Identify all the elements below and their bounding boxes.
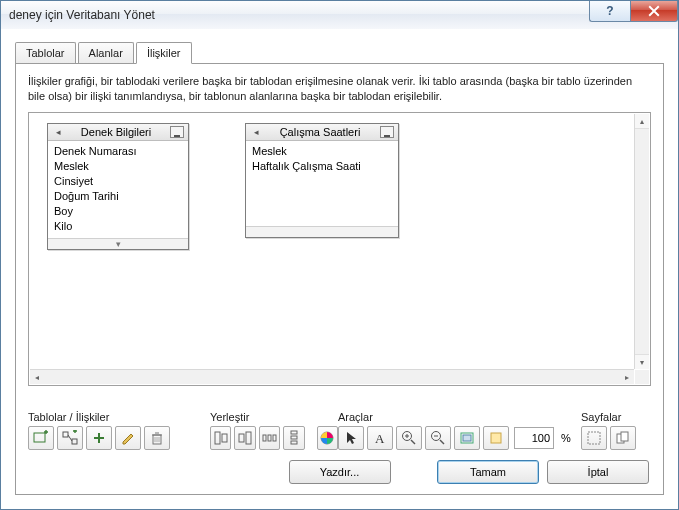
table-box-denek-bilgileri[interactable]: ◂ Denek Bilgileri Denek Numarası Meslek … bbox=[47, 123, 189, 250]
description-text: İlişkiler grafiği, bir tablodaki veriler… bbox=[28, 74, 651, 104]
page-break-button[interactable] bbox=[581, 426, 607, 450]
field-item[interactable]: Doğum Tarihi bbox=[54, 189, 182, 204]
toolbar-label: Yerleştir bbox=[210, 411, 338, 423]
window-controls: ? bbox=[589, 1, 678, 29]
field-item[interactable]: Haftalık Çalışma Saati bbox=[252, 159, 392, 174]
toolbar-group-tables: Tablolar / İlişkiler bbox=[28, 411, 210, 450]
minimize-icon[interactable] bbox=[170, 126, 184, 138]
new-table-icon bbox=[33, 430, 49, 446]
scroll-right-icon[interactable]: ▸ bbox=[620, 370, 634, 384]
dialog-window: deney için Veritabanı Yönet ? Tablolar A… bbox=[0, 0, 679, 510]
table-title: Çalışma Saatleri bbox=[280, 126, 361, 138]
svg-rect-21 bbox=[588, 432, 600, 444]
relation-canvas-frame: ◂ Denek Bilgileri Denek Numarası Meslek … bbox=[28, 112, 651, 386]
scroll-corner bbox=[635, 370, 649, 384]
note-icon bbox=[488, 430, 504, 446]
note-tool-button[interactable] bbox=[483, 426, 509, 450]
distribute-icon bbox=[286, 430, 302, 446]
svg-rect-8 bbox=[263, 435, 266, 441]
zoom-value-field[interactable]: 100 bbox=[514, 427, 554, 449]
tab-panel-relations: İlişkiler grafiği, bir tablodaki veriler… bbox=[15, 63, 664, 495]
field-item[interactable]: Boy bbox=[54, 204, 182, 219]
print-button[interactable]: Yazdır... bbox=[289, 460, 391, 484]
svg-rect-0 bbox=[34, 433, 45, 442]
tab-tables[interactable]: Tablolar bbox=[15, 42, 76, 63]
table-title: Denek Bilgileri bbox=[81, 126, 151, 138]
scroll-left-icon[interactable]: ◂ bbox=[30, 371, 44, 385]
pointer-icon bbox=[343, 430, 359, 446]
svg-rect-2 bbox=[72, 439, 77, 444]
tab-fields[interactable]: Alanlar bbox=[78, 42, 134, 63]
svg-rect-10 bbox=[273, 435, 276, 441]
minimize-icon[interactable] bbox=[380, 126, 394, 138]
window-title: deney için Veritabanı Yönet bbox=[9, 8, 155, 22]
field-item[interactable]: Cinsiyet bbox=[54, 174, 182, 189]
align-right-button[interactable] bbox=[234, 426, 255, 450]
fit-screen-icon bbox=[459, 430, 475, 446]
vertical-scrollbar[interactable]: ▴ ▾ bbox=[634, 114, 649, 369]
duplicate-button[interactable] bbox=[86, 426, 112, 450]
add-relation-button[interactable] bbox=[57, 426, 83, 450]
svg-rect-11 bbox=[291, 431, 297, 434]
zoom-in-button[interactable] bbox=[396, 426, 422, 450]
help-button[interactable]: ? bbox=[589, 1, 630, 22]
table-header[interactable]: ◂ Çalışma Saatleri bbox=[246, 124, 398, 141]
ok-button[interactable]: Tamam bbox=[437, 460, 539, 484]
pages-icon bbox=[615, 430, 631, 446]
dialog-button-row: Yazdır... Tamam İptal bbox=[16, 460, 663, 484]
scroll-down-icon[interactable]: ▾ bbox=[635, 354, 649, 369]
table-resize-handle[interactable] bbox=[246, 226, 398, 237]
align-icon bbox=[213, 430, 229, 446]
delete-button[interactable] bbox=[144, 426, 170, 450]
svg-rect-13 bbox=[291, 441, 297, 444]
edit-button[interactable] bbox=[115, 426, 141, 450]
add-table-button[interactable] bbox=[28, 426, 54, 450]
zoom-out-button[interactable] bbox=[425, 426, 451, 450]
plus-icon bbox=[91, 430, 107, 446]
toolbar-label: Sayfalar bbox=[581, 411, 621, 423]
svg-rect-6 bbox=[239, 434, 244, 442]
fit-button[interactable] bbox=[454, 426, 480, 450]
field-item[interactable]: Meslek bbox=[54, 159, 182, 174]
distribute-h-button[interactable] bbox=[259, 426, 280, 450]
multi-page-button[interactable] bbox=[610, 426, 636, 450]
table-header[interactable]: ◂ Denek Bilgileri bbox=[48, 124, 188, 141]
grip-icon: ▾ bbox=[116, 240, 121, 248]
cancel-button[interactable]: İptal bbox=[547, 460, 649, 484]
svg-rect-4 bbox=[215, 432, 220, 444]
svg-rect-19 bbox=[463, 435, 471, 441]
relation-canvas[interactable]: ◂ Denek Bilgileri Denek Numarası Meslek … bbox=[31, 115, 634, 369]
svg-rect-23 bbox=[621, 432, 628, 441]
field-item[interactable]: Meslek bbox=[252, 144, 392, 159]
table-box-calisma-saatleri[interactable]: ◂ Çalışma Saatleri Meslek Haftalık Çalış… bbox=[245, 123, 399, 238]
toolbar-group-pages: Sayfalar bbox=[581, 411, 651, 450]
align-icon bbox=[237, 430, 253, 446]
pointer-tool-button[interactable] bbox=[338, 426, 364, 450]
table-field-list: Meslek Haftalık Çalışma Saati bbox=[246, 141, 398, 226]
tab-relations[interactable]: İlişkiler bbox=[136, 42, 192, 64]
zoom-in-icon bbox=[401, 430, 417, 446]
toolbar-label: Tablolar / İlişkiler bbox=[28, 411, 210, 423]
new-relation-icon bbox=[62, 430, 78, 446]
svg-rect-1 bbox=[63, 432, 68, 437]
scroll-up-icon[interactable]: ▴ bbox=[635, 114, 649, 129]
close-button[interactable] bbox=[630, 1, 678, 22]
svg-rect-7 bbox=[246, 432, 251, 444]
align-left-button[interactable] bbox=[210, 426, 231, 450]
title-bar: deney için Veritabanı Yönet ? bbox=[1, 1, 678, 30]
svg-rect-12 bbox=[291, 436, 297, 439]
horizontal-scrollbar[interactable]: ◂ ▸ bbox=[30, 369, 634, 384]
text-tool-button[interactable]: A bbox=[367, 426, 393, 450]
text-icon: A bbox=[372, 430, 388, 446]
color-button[interactable] bbox=[317, 426, 338, 450]
trash-icon bbox=[149, 430, 165, 446]
field-item[interactable]: Kilo bbox=[54, 219, 182, 234]
field-item[interactable]: Denek Numarası bbox=[54, 144, 182, 159]
tab-strip: Tablolar Alanlar İlişkiler bbox=[15, 41, 664, 63]
toolbar-group-tools: Araçlar A 100 % bbox=[338, 411, 581, 450]
color-wheel-icon bbox=[319, 430, 335, 446]
distribute-v-button[interactable] bbox=[283, 426, 304, 450]
table-resize-handle[interactable]: ▾ bbox=[48, 238, 188, 249]
client-area: Tablolar Alanlar İlişkiler İlişkiler gra… bbox=[1, 29, 678, 509]
page-break-icon bbox=[586, 430, 602, 446]
